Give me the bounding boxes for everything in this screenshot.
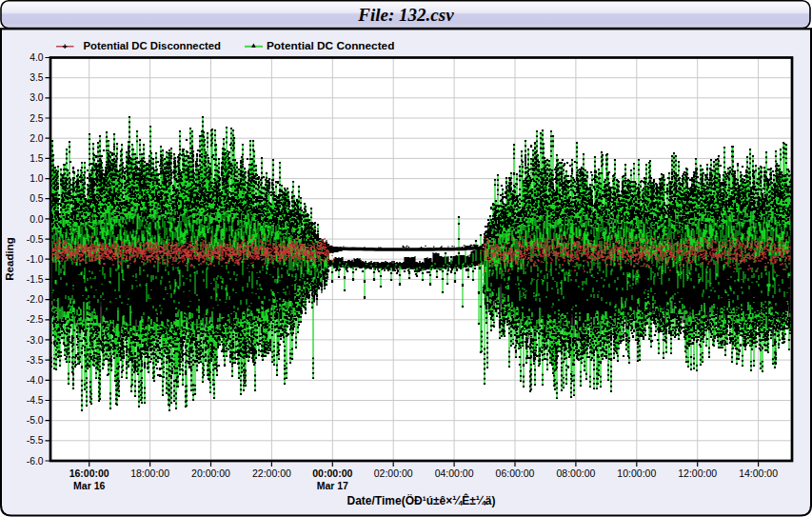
svg-text:Date/Time(ÖÐ¹ú±ê×¼Ê±¼ä): Date/Time(ÖÐ¹ú±ê×¼Ê±¼ä) <box>347 493 496 507</box>
svg-text:2.0: 2.0 <box>30 133 44 144</box>
svg-text:-4.0: -4.0 <box>27 375 44 386</box>
svg-text:06:00:00: 06:00:00 <box>496 467 535 479</box>
svg-text:-5.5: -5.5 <box>27 435 44 446</box>
svg-text:4.0: 4.0 <box>30 52 44 63</box>
svg-text:0.5: 0.5 <box>30 193 44 204</box>
svg-text:3.0: 3.0 <box>30 92 44 103</box>
svg-text:File: 132.csv: File: 132.csv <box>357 5 454 25</box>
svg-text:22:00:00: 22:00:00 <box>252 467 291 479</box>
svg-text:Reading: Reading <box>4 237 15 280</box>
svg-text:-0.5: -0.5 <box>27 234 44 245</box>
svg-text:Potential DC Connected: Potential DC Connected <box>267 39 394 52</box>
svg-text:1.0: 1.0 <box>30 173 44 184</box>
svg-text:08:00:00: 08:00:00 <box>556 467 595 479</box>
svg-text:18:00:00: 18:00:00 <box>130 467 169 479</box>
svg-text:2.5: 2.5 <box>30 113 44 124</box>
svg-text:-3.5: -3.5 <box>27 355 44 366</box>
svg-text:-4.5: -4.5 <box>27 395 44 406</box>
svg-text:Mar 16: Mar 16 <box>73 480 105 491</box>
svg-text:-2.5: -2.5 <box>27 314 44 325</box>
svg-text:04:00:00: 04:00:00 <box>435 467 474 479</box>
svg-text:20:00:00: 20:00:00 <box>191 467 230 479</box>
svg-text:-6.0: -6.0 <box>27 456 44 467</box>
svg-text:1.5: 1.5 <box>30 153 44 164</box>
svg-text:3.5: 3.5 <box>30 72 44 83</box>
svg-text:0.0: 0.0 <box>30 214 44 225</box>
svg-text:16:00:00: 16:00:00 <box>69 467 109 479</box>
svg-text:00:00:00: 00:00:00 <box>312 467 352 479</box>
svg-text:14:00:00: 14:00:00 <box>739 467 778 479</box>
svg-text:-1.0: -1.0 <box>27 254 44 265</box>
svg-text:Mar 17: Mar 17 <box>317 480 348 491</box>
svg-text:10:00:00: 10:00:00 <box>617 467 656 479</box>
svg-text:Potential DC Disconnected: Potential DC Disconnected <box>84 40 221 51</box>
svg-text:-2.0: -2.0 <box>27 294 44 305</box>
svg-text:12:00:00: 12:00:00 <box>678 467 717 479</box>
svg-text:-5.0: -5.0 <box>27 415 44 426</box>
svg-text:02:00:00: 02:00:00 <box>374 467 413 479</box>
svg-text:-1.5: -1.5 <box>27 274 44 285</box>
svg-text:-3.0: -3.0 <box>27 335 44 346</box>
